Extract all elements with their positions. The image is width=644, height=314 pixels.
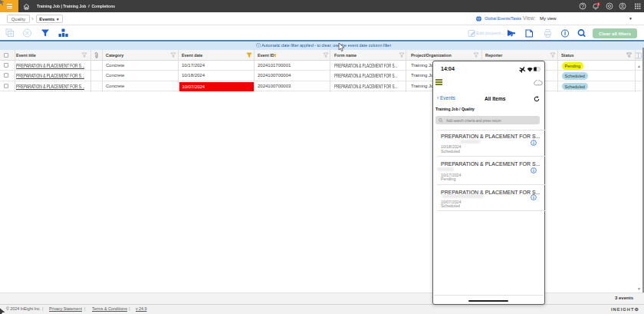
svg-text:1: 1 xyxy=(597,3,599,6)
